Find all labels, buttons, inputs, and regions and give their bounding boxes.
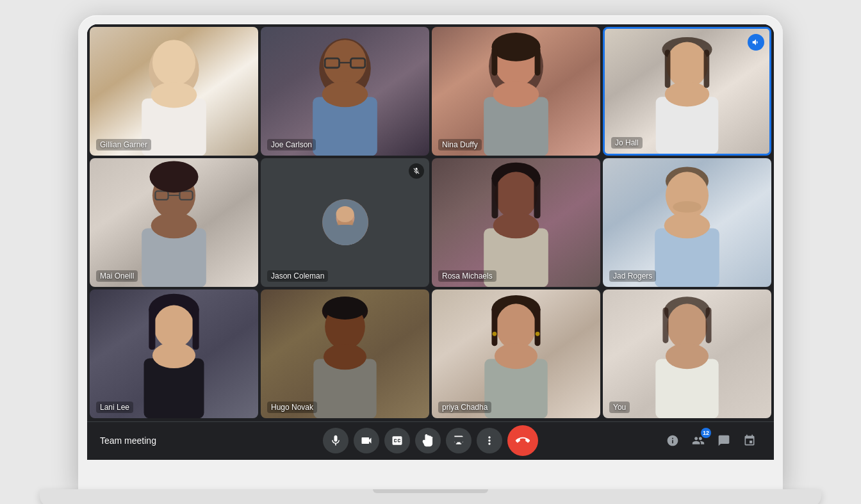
svg-rect-17 <box>535 47 541 76</box>
svg-rect-70 <box>662 307 668 343</box>
bottom-bar: Team meeting <box>87 421 774 460</box>
svg-point-14 <box>493 81 539 107</box>
camera-button[interactable] <box>354 428 379 453</box>
participant-name-hugo: Hugo Novak <box>267 402 317 413</box>
svg-point-39 <box>493 213 539 238</box>
info-button[interactable] <box>661 429 684 452</box>
svg-rect-23 <box>704 49 710 88</box>
participant-name-nina: Nina Duffy <box>438 139 482 150</box>
svg-rect-41 <box>534 175 540 218</box>
tile-jad[interactable]: Jad Rogers <box>603 158 771 287</box>
meeting-info: Team meeting <box>100 435 323 446</box>
svg-point-69 <box>666 343 709 369</box>
raise-hand-button[interactable] <box>415 428 441 453</box>
tile-gillian[interactable]: Gillian Garner <box>90 27 258 156</box>
tile-rosa[interactable]: Rosa Michaels <box>432 158 600 287</box>
participant-name-rosa: Rosa Michaels <box>438 270 496 282</box>
laptop-screen: Gillian Garner Joe Carlson <box>87 24 774 460</box>
tile-priya[interactable]: priya Chadha <box>432 289 600 418</box>
participants-button[interactable]: 12 <box>687 429 710 452</box>
mic-button[interactable] <box>323 428 348 453</box>
svg-point-35 <box>337 218 353 229</box>
svg-point-46 <box>673 201 701 213</box>
svg-point-19 <box>666 42 708 88</box>
svg-rect-62 <box>491 307 497 346</box>
tile-lani[interactable]: Lani Lee <box>90 289 258 418</box>
activities-button[interactable] <box>738 429 761 452</box>
svg-point-33 <box>336 207 354 228</box>
tile-jo[interactable]: Jo Hall <box>603 27 771 156</box>
laptop-container: Gillian Garner Joe Carlson <box>78 15 783 489</box>
participant-name-jo: Jo Hall <box>611 137 643 149</box>
svg-point-50 <box>152 343 195 368</box>
svg-point-64 <box>493 332 497 336</box>
controls-right: 12 <box>538 429 761 452</box>
svg-point-57 <box>324 297 366 320</box>
jason-avatar <box>322 199 368 245</box>
svg-rect-22 <box>665 49 671 88</box>
tile-nina[interactable]: Nina Duffy <box>432 27 600 156</box>
controls-center <box>323 425 538 456</box>
tile-you[interactable]: You <box>603 289 771 418</box>
svg-rect-63 <box>535 307 541 346</box>
more-button[interactable] <box>477 428 502 453</box>
svg-rect-71 <box>706 307 712 343</box>
captions-button[interactable] <box>384 428 410 453</box>
tile-joe[interactable]: Joe Carlson <box>261 27 429 156</box>
participant-name-joe: Joe Carlson <box>267 139 316 150</box>
svg-point-15 <box>491 32 540 61</box>
svg-point-37 <box>495 172 537 219</box>
participant-name-mai: Mai Oneill <box>96 270 138 282</box>
participant-name-jason: Jason Coleman <box>267 270 328 282</box>
present-button[interactable] <box>446 428 472 453</box>
participant-name-lani: Lani Lee <box>96 402 133 413</box>
participant-name-gillian: Gillian Garner <box>96 139 151 150</box>
participants-badge: 12 <box>701 428 711 438</box>
svg-point-65 <box>536 332 540 336</box>
participant-name-you: You <box>609 402 630 413</box>
chat-button[interactable] <box>712 429 735 452</box>
tile-jason[interactable]: Jason Coleman <box>261 158 429 287</box>
jason-mute-icon <box>409 163 424 179</box>
svg-point-3 <box>151 82 197 108</box>
svg-point-27 <box>151 213 197 238</box>
svg-point-61 <box>495 343 537 369</box>
video-grid: Gillian Garner Joe Carlson <box>87 24 774 421</box>
participant-name-jad: Jad Rogers <box>609 270 656 282</box>
jo-speaker-badge <box>748 34 764 51</box>
svg-rect-16 <box>491 47 497 76</box>
laptop-base <box>40 489 821 505</box>
participant-name-priya: priya Chadha <box>438 402 491 413</box>
svg-point-56 <box>324 344 366 370</box>
svg-point-21 <box>665 81 709 106</box>
tile-mai[interactable]: Mai Oneill <box>90 158 258 287</box>
svg-point-31 <box>149 161 198 192</box>
svg-rect-52 <box>193 307 199 350</box>
svg-point-59 <box>496 304 536 350</box>
svg-point-45 <box>664 213 710 238</box>
svg-rect-51 <box>149 307 155 350</box>
end-call-button[interactable] <box>507 425 538 456</box>
svg-point-7 <box>322 81 368 107</box>
svg-point-48 <box>154 305 194 348</box>
meeting-title: Team meeting <box>100 435 156 446</box>
svg-point-1 <box>152 40 195 86</box>
svg-rect-40 <box>491 175 498 218</box>
tile-hugo[interactable]: Hugo Novak <box>261 289 429 418</box>
svg-point-67 <box>667 304 707 350</box>
svg-point-34 <box>332 225 358 246</box>
